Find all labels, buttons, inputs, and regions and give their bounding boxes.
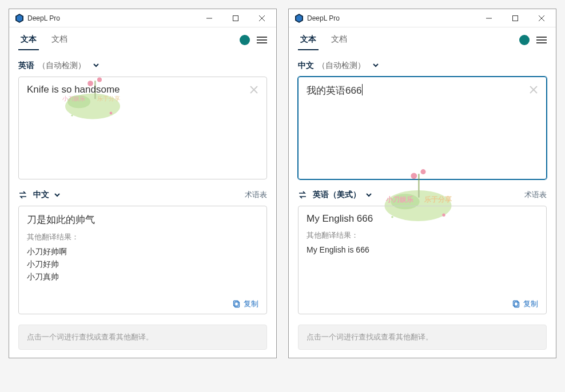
app-title: DeepL Pro [27, 14, 196, 22]
chevron-down-icon [93, 61, 100, 70]
alt-translation[interactable]: 小刀真帅 [27, 271, 258, 283]
auto-detect-label: （自动检测） [38, 61, 86, 71]
tab-document[interactable]: 文档 [49, 30, 70, 50]
source-text-value: Knife is so handsome [27, 84, 120, 95]
copy-icon [512, 300, 520, 308]
source-text-input[interactable]: Knife is so handsome [18, 77, 267, 179]
titlebar: DeepL Pro [9, 9, 276, 27]
chevron-down-icon [372, 61, 379, 70]
app-window-left: DeepL Pro 文本 文档 英语 （自动检测） [9, 9, 277, 358]
app-icon [15, 14, 24, 23]
text-cursor [362, 84, 363, 95]
copy-button[interactable]: 复制 [233, 299, 258, 309]
target-language-selector[interactable]: 中文 [33, 190, 61, 200]
copy-icon [233, 300, 241, 308]
chevron-down-icon [365, 191, 372, 198]
translation-result-box: My English 666 其他翻译结果： My English is 666… [298, 206, 547, 314]
main-translation[interactable]: 刀是如此的帅气 [27, 213, 258, 226]
alternatives-label: 其他翻译结果： [27, 232, 258, 242]
svg-rect-33 [514, 301, 518, 306]
source-text-value: 我的英语666 [307, 85, 361, 96]
alt-translation[interactable]: 小刀好帅 [27, 258, 258, 271]
dictionary-hint[interactable]: 点击一个词进行查找或查看其他翻译。 [18, 325, 267, 350]
svg-text:乐于分享: 乐于分享 [424, 195, 452, 203]
tabbar: 文本 文档 [289, 27, 556, 53]
main-translation[interactable]: My English 666 [307, 213, 538, 225]
svg-rect-1 [233, 15, 238, 21]
translation-result-box: 刀是如此的帅气 其他翻译结果： 小刀好帅啊 小刀好帅 小刀真帅 复制 [18, 206, 267, 314]
alternatives-label: 其他翻译结果： [307, 230, 538, 241]
clear-button[interactable] [247, 83, 261, 97]
swap-languages-button[interactable] [18, 190, 27, 199]
target-language-label: 英语（美式） [313, 190, 361, 200]
close-button[interactable] [528, 10, 555, 27]
alt-translation[interactable]: My English is 666 [307, 244, 538, 255]
app-window-right: DeepL Pro 文本 文档 中文 （自动检测） 我的英语666 [288, 9, 556, 358]
tab-text[interactable]: 文本 [298, 30, 319, 50]
maximize-button[interactable] [502, 10, 528, 27]
copy-label: 复制 [244, 299, 258, 309]
dictionary-hint[interactable]: 点击一个词进行查找或查看其他翻译。 [298, 325, 547, 350]
menu-button[interactable] [257, 37, 267, 43]
tabbar: 文本 文档 [9, 27, 276, 53]
clear-button[interactable] [527, 83, 540, 97]
close-button[interactable] [249, 10, 275, 27]
source-language-label: 中文 [298, 61, 314, 71]
target-language-label: 中文 [33, 190, 49, 200]
svg-rect-16 [234, 301, 238, 306]
window-controls [196, 10, 275, 27]
svg-rect-18 [513, 15, 518, 21]
tab-document[interactable]: 文档 [329, 30, 349, 50]
swap-languages-button[interactable] [298, 190, 307, 199]
app-title: DeepL Pro [307, 14, 476, 22]
source-language-selector[interactable]: 中文 （自动检测） [298, 57, 547, 77]
svg-text:小刀娱乐: 小刀娱乐 [385, 195, 413, 203]
source-text-input[interactable]: 我的英语666 [298, 77, 547, 179]
svg-rect-15 [235, 302, 240, 307]
minimize-button[interactable] [196, 10, 222, 27]
minimize-button[interactable] [476, 10, 502, 27]
status-indicator[interactable] [519, 35, 530, 45]
status-indicator[interactable] [240, 35, 250, 45]
app-icon [295, 14, 304, 23]
chevron-down-icon [54, 191, 61, 198]
glossary-link[interactable]: 术语表 [245, 190, 267, 200]
auto-detect-label: （自动检测） [317, 61, 365, 71]
copy-button[interactable]: 复制 [512, 299, 538, 309]
tab-text[interactable]: 文本 [18, 30, 39, 50]
maximize-button[interactable] [222, 10, 249, 27]
copy-label: 复制 [523, 299, 538, 309]
alt-translation[interactable]: 小刀好帅啊 [27, 246, 258, 258]
titlebar: DeepL Pro [289, 9, 556, 27]
menu-button[interactable] [536, 37, 547, 43]
source-language-selector[interactable]: 英语 （自动检测） [18, 57, 267, 77]
glossary-link[interactable]: 术语表 [524, 190, 547, 200]
window-controls [476, 10, 555, 27]
source-language-label: 英语 [18, 61, 34, 71]
svg-rect-32 [515, 302, 519, 307]
target-language-selector[interactable]: 英语（美式） [313, 190, 372, 200]
